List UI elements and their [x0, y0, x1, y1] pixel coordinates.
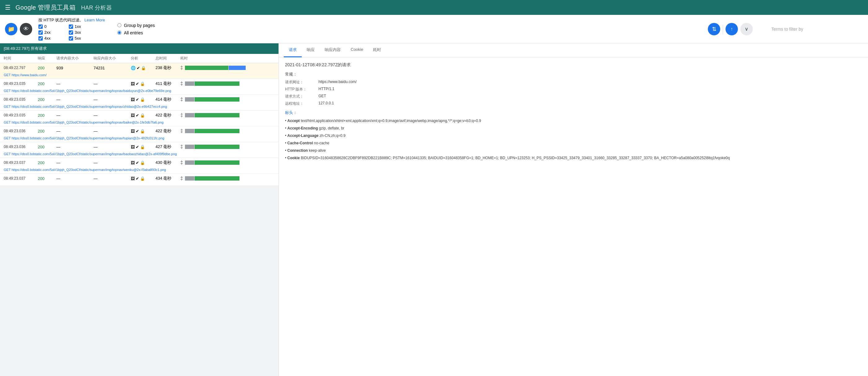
- radio-all-entries[interactable]: All entries: [117, 30, 155, 35]
- checkboxes-grid: 0 1xx 2xx 3xx 4xx 5xx: [38, 24, 105, 40]
- sort-up-button[interactable]: ↑: [725, 23, 738, 35]
- cell-resp-size: —: [94, 160, 131, 165]
- table-row[interactable]: 08:49:23.035 200 — — 🖼 ✔ 🔒 422 毫秒 ‡: [0, 111, 278, 126]
- cell-time: 08:49:23.037: [4, 160, 38, 165]
- bar-gray: [185, 82, 194, 86]
- cell-timing: ‡: [180, 144, 205, 150]
- check-icon: ✔: [136, 145, 139, 149]
- bar-gray: [185, 160, 194, 165]
- bar-green: [185, 66, 228, 70]
- sort-updown-button[interactable]: ⇅: [708, 23, 720, 35]
- cell-icons: 🖼 ✔ 🔒: [131, 82, 156, 86]
- timing-separator: ‡: [180, 113, 183, 118]
- toolbar: 📁 👁 按 HTTP 状态代码过滤。 Learn More 0 1xx 2xx …: [0, 15, 868, 43]
- col-resp-size: 响应内容大小: [94, 56, 131, 61]
- checkbox-1xx[interactable]: 1xx: [69, 24, 97, 29]
- timing-separator: ‡: [180, 65, 183, 71]
- menu-icon[interactable]: ☰: [5, 4, 10, 11]
- lock-icon: 🔒: [140, 160, 145, 165]
- lock-icon: 🔒: [140, 129, 145, 133]
- bar-blue: [228, 66, 246, 70]
- app-title: Google 管理员工具箱 HAR 分析器: [16, 3, 112, 12]
- image-icon: 🖼: [131, 97, 135, 102]
- cell-icons: 🖼 ✔ 🔒: [131, 113, 156, 118]
- checkbox-5xx[interactable]: 5xx: [69, 36, 97, 40]
- table-row[interactable]: 08:49:23.037 200 — — 🖼 ✔ 🔒 430 毫秒 ‡: [0, 158, 278, 174]
- timing-separator: ‡: [180, 81, 183, 86]
- cell-icons: 🖼 ✔ 🔒: [131, 129, 156, 133]
- lock-icon: 🔒: [141, 66, 146, 70]
- right-tabs: 请求 响应 响应内容 Cookie 耗时: [279, 43, 868, 57]
- image-icon: 🖼: [131, 145, 135, 149]
- checkbox-4xx[interactable]: 4xx: [38, 36, 66, 40]
- table-row[interactable]: 08:49:22.797 200 939 74231 🌐 ✔ 🔒 238 毫秒 …: [0, 63, 278, 79]
- tab-response-content[interactable]: 响应内容: [320, 43, 346, 57]
- cell-total: 434 毫秒: [156, 176, 180, 181]
- headers-link[interactable]: 标头: [285, 110, 293, 115]
- cell-icons: 🖼 ✔ 🔒: [131, 160, 156, 165]
- image-icon: 🖼: [131, 176, 135, 181]
- filter-section: 按 HTTP 状态代码过滤。 Learn More 0 1xx 2xx 3xx …: [38, 17, 105, 40]
- field-label-remote: 远程地址：: [285, 101, 316, 106]
- header-accept-encoding: • Accept-Encoding gzip, deflate, br: [285, 125, 862, 131]
- headers-colon: ：: [293, 110, 297, 115]
- row-url: GET https://dss0.bdstatic.com/5aV1bjqh_Q…: [0, 167, 278, 174]
- table-row[interactable]: 08:49:23.036 200 — — 🖼 ✔ 🔒 422 毫秒 ‡: [0, 126, 278, 142]
- header-cookie: • Cookie BIDUPSID=316048358628C2DBF9F892…: [285, 155, 862, 161]
- tab-request[interactable]: 请求: [284, 43, 302, 57]
- image-icon: 🖼: [131, 82, 135, 86]
- eye-button[interactable]: 👁: [20, 23, 32, 35]
- field-label-http: HTTP 版本：: [285, 87, 316, 92]
- field-label-url: 请求网址：: [285, 80, 316, 85]
- row-url: GET https://dss0.bdstatic.com/5aV1bjqh_Q…: [0, 120, 278, 126]
- table-row[interactable]: 08:49:23.037 200 — — 🖼 ✔ 🔒 434 毫秒 ‡: [0, 174, 278, 186]
- header-cache-control: • Cache-Control no-cache: [285, 140, 862, 146]
- check-icon: ✔: [136, 129, 139, 133]
- timing-bar: [185, 176, 240, 181]
- checkbox-3xx[interactable]: 3xx: [69, 30, 97, 35]
- tab-timing[interactable]: 耗时: [368, 43, 386, 57]
- checkbox-2xx[interactable]: 2xx: [38, 30, 66, 35]
- bar-green: [194, 176, 240, 181]
- cell-total: 411 毫秒: [156, 81, 180, 86]
- checkbox-0[interactable]: 0: [38, 24, 66, 29]
- field-row-remote: 远程地址： 127.0.0.1: [285, 101, 862, 106]
- tab-cookie[interactable]: Cookie: [346, 43, 368, 57]
- field-row-method: 请求方式： GET: [285, 94, 862, 99]
- col-timing: 耗时: [180, 56, 205, 61]
- cell-resp-size: 74231: [94, 66, 131, 70]
- bar-gray: [185, 129, 194, 133]
- image-icon: 🖼: [131, 160, 135, 165]
- timing-bar: [185, 97, 240, 102]
- left-panel: [08:49:22.797] 所有请求 时间 响应 请求内容大小 响应内容大小 …: [0, 43, 279, 376]
- folder-button[interactable]: 📁: [5, 23, 17, 35]
- table-row[interactable]: 08:49:23.035 200 — — 🖼 ✔ 🔒 411 毫秒 ‡: [0, 79, 278, 95]
- table-row[interactable]: 08:49:23.035 200 — — 🖼 ✔ 🔒 414 毫秒 ‡: [0, 95, 278, 111]
- cell-timing: ‡: [180, 65, 205, 71]
- main-layout: [08:49:22.797] 所有请求 时间 响应 请求内容大小 响应内容大小 …: [0, 43, 868, 376]
- radio-group-by-pages[interactable]: Group by pages: [117, 23, 155, 28]
- timing-separator: ‡: [180, 144, 183, 150]
- cell-timing: ‡: [180, 160, 205, 165]
- cell-resp-size: —: [94, 129, 131, 133]
- sort-collapse-button[interactable]: ∨: [740, 23, 753, 35]
- right-content: 2021-01-12T08:49:22.797Z的请求 常规： 请求网址： ht…: [279, 57, 868, 167]
- tab-response[interactable]: 响应: [302, 43, 320, 57]
- cell-total: 238 毫秒: [156, 65, 180, 71]
- group-header: [08:49:22.797] 所有请求: [0, 43, 278, 54]
- cell-timing: ‡: [180, 128, 205, 134]
- cell-total: 427 毫秒: [156, 144, 180, 150]
- timing-separator: ‡: [180, 128, 183, 134]
- timing-separator: ‡: [180, 176, 183, 181]
- toolbar-right: ⇅ ↑ ∨: [708, 23, 863, 35]
- col-status: 响应: [38, 56, 56, 61]
- cell-req-size: 939: [56, 66, 94, 70]
- search-input[interactable]: [770, 24, 863, 34]
- bar-gray: [185, 113, 194, 117]
- learn-more-link[interactable]: Learn More: [85, 18, 105, 22]
- table-row[interactable]: 08:49:23.036 200 — — 🖼 ✔ 🔒 427 毫秒 ‡: [0, 142, 278, 158]
- timing-bar: [185, 129, 240, 133]
- lock-icon: 🔒: [140, 113, 145, 118]
- timing-bar: [185, 160, 240, 165]
- bar-green: [194, 82, 240, 86]
